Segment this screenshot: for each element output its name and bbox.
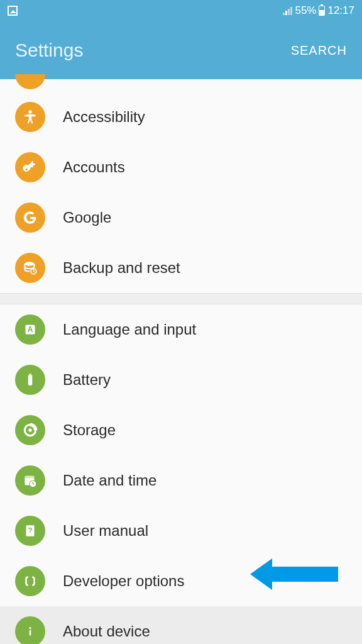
manual-icon: ? [15,516,45,546]
settings-item-date-time[interactable]: Date and time [0,455,362,506]
battery-icon [319,6,325,16]
item-label: Date and time [63,472,156,489]
svg-rect-6 [29,374,31,375]
item-label: Battery [63,371,111,389]
status-bar: 55% 12:17 [0,0,362,21]
svg-point-8 [28,428,31,431]
item-label: About device [63,623,150,640]
item-label: User manual [63,522,148,540]
settings-item-battery[interactable]: Battery [0,355,362,405]
language-icon: A [15,314,45,345]
app-header: Settings SEARCH [0,21,362,79]
svg-text:A: A [28,325,33,334]
key-icon [15,152,45,182]
svg-point-14 [29,627,31,629]
svg-text:?: ? [28,526,33,534]
item-label: Storage [63,421,116,439]
svg-rect-10 [25,475,34,478]
settings-item-accessibility[interactable]: Accessibility [0,92,362,142]
settings-item-accounts[interactable]: Accounts [0,142,362,192]
section-divider [0,293,362,304]
svg-rect-15 [30,630,31,636]
battery-percent: 55% [295,4,316,17]
settings-item-developer-options[interactable]: Developer options [0,556,362,606]
accessibility-icon [15,102,45,132]
calendar-clock-icon [15,465,45,496]
info-icon [15,616,45,644]
item-label: Accounts [63,158,125,176]
partial-item-top[interactable] [0,79,362,92]
developer-icon [15,566,45,596]
svg-point-1 [25,262,34,266]
item-label: Developer options [63,572,184,590]
item-label: Language and input [63,321,196,338]
settings-item-google[interactable]: Google [0,192,362,243]
settings-item-backup-reset[interactable]: Backup and reset [0,243,362,293]
backup-reset-icon [15,253,45,283]
storage-icon [15,415,45,445]
item-label: Accessibility [63,108,145,126]
google-icon [15,203,45,233]
settings-item-storage[interactable]: Storage [0,405,362,455]
svg-rect-5 [28,375,33,385]
search-button[interactable]: SEARCH [291,43,347,58]
svg-point-0 [28,110,31,113]
settings-item-language-input[interactable]: A Language and input [0,304,362,355]
item-label: Google [63,209,111,226]
item-label: Backup and reset [63,259,180,277]
settings-item-about-device[interactable]: About device [0,606,362,644]
battery-settings-icon [15,365,45,395]
partial-icon [15,74,45,89]
image-notification-icon [8,6,18,16]
clock: 12:17 [327,4,354,17]
signal-icon [283,6,292,15]
page-title: Settings [15,40,83,61]
settings-item-user-manual[interactable]: ? User manual [0,506,362,556]
settings-list: Accessibility Accounts Google Backup and… [0,79,362,644]
